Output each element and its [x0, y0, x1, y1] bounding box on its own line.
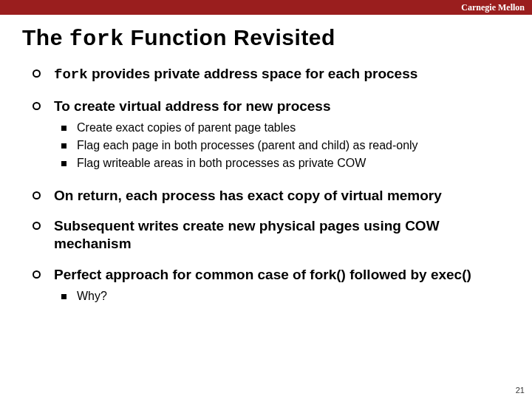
- bullet-code: fork: [54, 66, 88, 83]
- bullet-before: To create virtual address for new proces…: [54, 98, 331, 114]
- bullet-text: Perfect approach for common case of fork…: [54, 266, 510, 306]
- bullet-before: Subsequent writes create new physical pa…: [54, 218, 440, 251]
- sub-list: Create exact copies of parent page table…: [54, 120, 510, 172]
- hollow-circle-icon: [33, 222, 41, 230]
- sub-item: Flag writeable areas in both processes a…: [54, 155, 510, 171]
- sub-text: Flag writeable areas in both processes a…: [77, 155, 510, 171]
- bullet-item: On return, each process has exact copy o…: [33, 187, 510, 205]
- bullet-after: provides private address space for each …: [88, 66, 418, 81]
- bullet-text: On return, each process has exact copy o…: [54, 187, 510, 205]
- sub-item: Flag each page in both processes (parent…: [54, 137, 510, 154]
- square-bullet-icon: [61, 294, 66, 299]
- sub-item: Create exact copies of parent page table…: [54, 120, 510, 136]
- bullet-item: fork provides private address space for …: [33, 65, 510, 84]
- hollow-circle-icon: [33, 102, 41, 110]
- bullet-before: Perfect approach for common case of fork…: [54, 267, 471, 282]
- title-suffix: Function Revisited: [124, 25, 335, 50]
- institution-label: Carnegie Mellon: [461, 2, 525, 13]
- hollow-circle-icon: [33, 270, 41, 279]
- sub-text: Flag each page in both processes (parent…: [77, 137, 510, 154]
- bullet-text: To create virtual address for new proces…: [54, 98, 510, 174]
- title-code: fork: [69, 27, 124, 52]
- square-bullet-icon: [61, 143, 66, 149]
- bullet-item: Perfect approach for common case of fork…: [33, 266, 510, 306]
- page-number: 21: [516, 386, 525, 395]
- title-prefix: The: [22, 25, 69, 50]
- content-area: fork provides private address space for …: [33, 65, 510, 306]
- hollow-circle-icon: [33, 69, 41, 78]
- bullet-item: Subsequent writes create new physical pa…: [33, 217, 510, 253]
- square-bullet-icon: [61, 126, 66, 131]
- sub-list: Why?: [54, 288, 510, 304]
- header-bar: Carnegie Mellon: [0, 0, 532, 15]
- bullet-text: fork provides private address space for …: [54, 65, 510, 84]
- slide-title: The fork Function Revisited: [22, 25, 532, 52]
- sub-text: Why?: [77, 288, 510, 304]
- bullet-item: To create virtual address for new proces…: [33, 98, 510, 174]
- sub-item: Why?: [54, 288, 510, 304]
- sub-text: Create exact copies of parent page table…: [77, 120, 510, 136]
- hollow-circle-icon: [33, 191, 41, 200]
- bullet-before: On return, each process has exact copy o…: [54, 188, 442, 203]
- square-bullet-icon: [61, 161, 66, 166]
- bullet-text: Subsequent writes create new physical pa…: [54, 217, 510, 253]
